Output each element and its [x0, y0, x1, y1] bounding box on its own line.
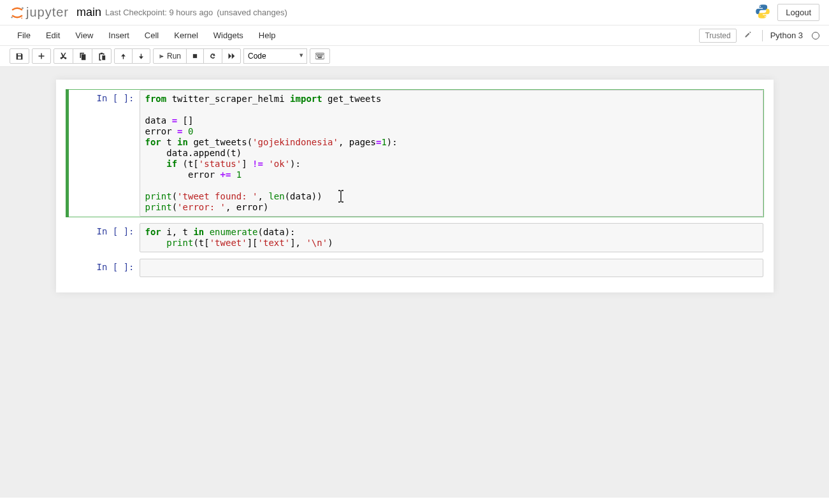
code-input[interactable]: for i, t in enumerate(data): print(t['tw… [140, 223, 763, 252]
unsaved-status: (unsaved changes) [217, 8, 287, 17]
kernel-idle-icon [812, 32, 819, 40]
menu-view[interactable]: View [68, 27, 101, 44]
svg-rect-7 [317, 54, 318, 55]
command-palette-button[interactable] [310, 48, 330, 64]
svg-rect-10 [321, 54, 322, 55]
input-prompt: In [ ]: [66, 226, 134, 236]
interrupt-button[interactable] [186, 48, 204, 64]
code-cell[interactable]: In [ ]:for i, t in enumerate(data): prin… [66, 222, 764, 253]
svg-point-2 [21, 17, 22, 18]
paste-button[interactable] [92, 48, 112, 64]
svg-rect-13 [319, 55, 320, 57]
input-prompt: In [ ]: [66, 93, 134, 103]
prompt-area: In [ ]: [66, 90, 140, 217]
svg-point-4 [765, 16, 766, 17]
add-cell-button[interactable] [32, 48, 51, 64]
svg-point-1 [11, 17, 12, 18]
menu-file[interactable]: File [10, 27, 38, 44]
logout-button[interactable]: Logout [777, 4, 819, 21]
move-down-button[interactable] [132, 48, 150, 64]
toolbar: Run Code [0, 46, 829, 67]
trusted-button[interactable]: Trusted [699, 29, 736, 43]
checkpoint-status: Last Checkpoint: 9 hours ago [105, 8, 213, 17]
restart-run-all-button[interactable] [222, 48, 241, 64]
menu-kernel[interactable]: Kernel [166, 27, 206, 44]
svg-point-3 [760, 6, 761, 7]
menu-help[interactable]: Help [251, 27, 284, 44]
copy-button[interactable] [73, 48, 92, 64]
kernel-name[interactable]: Python 3 [770, 31, 803, 40]
code-text[interactable] [145, 263, 758, 273]
move-up-button[interactable] [114, 48, 133, 64]
run-button[interactable]: Run [153, 48, 187, 64]
header-bar: jupyter main Last Checkpoint: 9 hours ag… [0, 0, 829, 25]
code-input[interactable] [140, 259, 763, 277]
code-text[interactable]: from twitter_scraper_helmi import get_tw… [145, 94, 758, 213]
svg-rect-12 [317, 55, 318, 57]
prompt-area: In [ ]: [66, 223, 140, 252]
restart-button[interactable] [203, 48, 222, 64]
notebook-container: In [ ]:from twitter_scraper_helmi import… [56, 80, 774, 292]
svg-rect-16 [318, 57, 322, 59]
svg-rect-8 [318, 54, 319, 55]
code-input[interactable]: from twitter_scraper_helmi import get_tw… [140, 90, 763, 217]
cell-type-select[interactable]: Code [243, 48, 307, 64]
svg-point-0 [22, 7, 24, 9]
menu-insert[interactable]: Insert [101, 27, 137, 44]
prompt-area: In [ ]: [66, 259, 140, 277]
save-button[interactable] [10, 48, 29, 64]
svg-rect-15 [321, 55, 322, 57]
svg-rect-11 [322, 54, 324, 55]
svg-rect-5 [193, 54, 197, 58]
code-cell[interactable]: In [ ]:from twitter_scraper_helmi import… [66, 89, 764, 217]
menubar: FileEditViewInsertCellKernelWidgetsHelp … [0, 25, 829, 46]
cut-button[interactable] [54, 48, 73, 64]
code-cell[interactable]: In [ ]: [66, 258, 764, 278]
code-text[interactable]: for i, t in enumerate(data): print(t['tw… [145, 227, 758, 248]
notebook-name[interactable]: main [76, 6, 101, 19]
menu-edit[interactable]: Edit [38, 27, 68, 44]
menu-cell[interactable]: Cell [137, 27, 166, 44]
svg-rect-14 [320, 55, 321, 57]
run-label: Run [167, 52, 181, 61]
page-background: In [ ]:from twitter_scraper_helmi import… [0, 67, 829, 498]
jupyter-logo[interactable]: jupyter [10, 4, 69, 22]
python-logo-icon [754, 3, 771, 22]
jupyter-logo-text: jupyter [26, 5, 69, 20]
menu-widgets[interactable]: Widgets [206, 27, 251, 44]
input-prompt: In [ ]: [66, 262, 134, 272]
pencil-icon[interactable] [742, 31, 754, 40]
svg-rect-9 [319, 54, 321, 55]
